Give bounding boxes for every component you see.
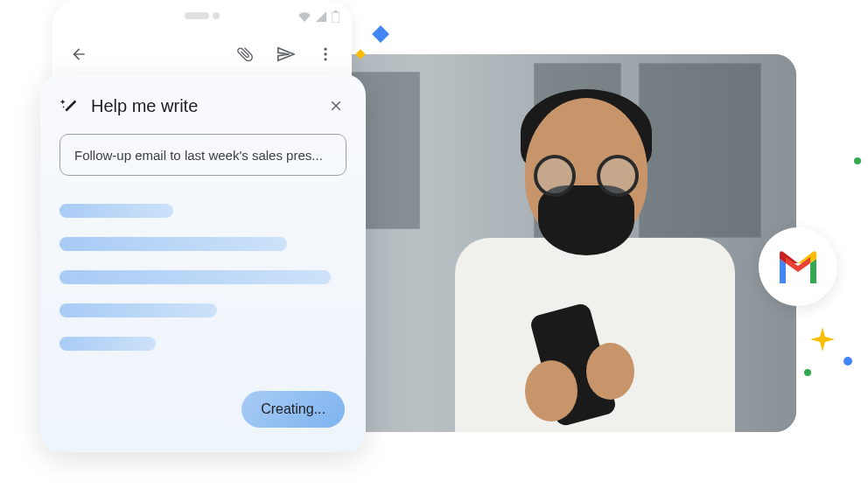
sparkle-decoration (810, 327, 835, 355)
skeleton-line (60, 337, 156, 351)
skeleton-line (60, 270, 331, 284)
battery-icon (332, 10, 340, 25)
signal-icon (316, 11, 326, 24)
more-vert-icon[interactable] (315, 44, 336, 65)
prompt-input[interactable]: Follow-up email to last week's sales pre… (60, 134, 346, 176)
svg-point-2 (324, 48, 326, 51)
sparkle-decoration (844, 357, 852, 366)
skeleton-line (60, 204, 173, 218)
gmail-badge (759, 227, 837, 306)
help-me-write-modal: Help me write Follow-up email to last we… (40, 74, 366, 452)
svg-rect-0 (332, 12, 340, 23)
send-icon[interactable] (275, 44, 296, 65)
svg-rect-1 (334, 10, 337, 12)
skeleton-line (60, 303, 217, 317)
sparkle-decoration (372, 25, 389, 43)
gmail-logo-icon (776, 250, 820, 283)
phone-notch (180, 12, 224, 19)
svg-point-4 (324, 58, 326, 60)
dot-decoration (854, 157, 861, 164)
sparkle-decoration (804, 369, 811, 376)
close-icon[interactable] (326, 95, 346, 116)
attachment-icon[interactable] (234, 44, 256, 65)
modal-header: Help me write (60, 95, 346, 116)
status-bar (298, 10, 340, 25)
svg-point-3 (324, 52, 326, 55)
modal-title: Help me write (91, 96, 198, 116)
magic-wand-icon (60, 96, 79, 115)
person-illustration (420, 80, 770, 430)
wifi-icon (298, 11, 311, 24)
skeleton-line (60, 237, 287, 251)
phone-frame (52, 0, 352, 79)
creating-status: Creating... (242, 391, 345, 428)
compose-toolbar (52, 35, 352, 73)
back-arrow-icon[interactable] (68, 44, 89, 65)
loading-skeleton (60, 204, 346, 351)
